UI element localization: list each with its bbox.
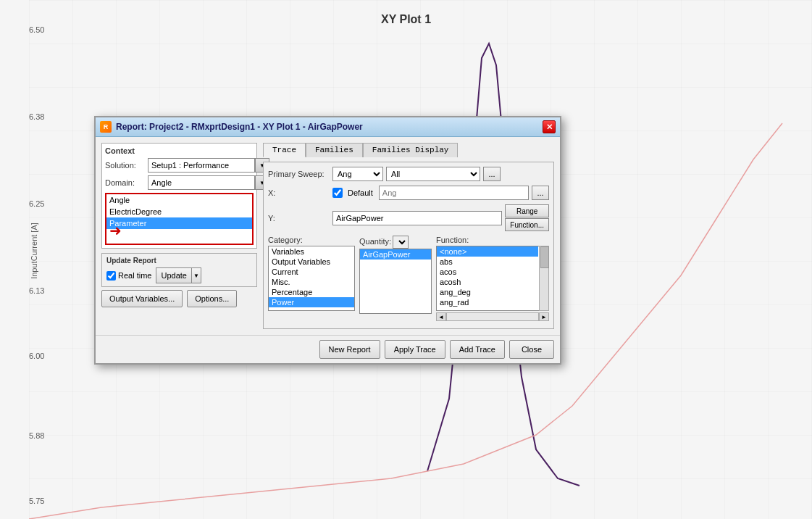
function-scroll-thumb[interactable] <box>540 246 549 268</box>
category-listbox: Variables Output Variables Current Misc.… <box>268 246 355 311</box>
domain-row: Domain: ▼ <box>105 175 254 190</box>
primary-sweep-all-select[interactable]: All <box>386 167 480 181</box>
solution-label: Solution: <box>105 161 145 170</box>
dialog-icon: R <box>100 121 112 133</box>
apply-trace-button[interactable]: Apply Trace <box>385 340 445 359</box>
quantity-col: Quantity: AirGapPower <box>359 236 432 321</box>
category-col: Category: Variables Output Variables Cur… <box>268 236 355 321</box>
tab-content: Primary Sweep: Ang All ... X: Default ..… <box>263 162 554 329</box>
domain-listbox: Angle ElectricDegree Parameter ➜ <box>105 193 254 245</box>
add-trace-button[interactable]: Add Trace <box>450 340 505 359</box>
category-current[interactable]: Current <box>269 267 354 277</box>
hscroll-right-btn[interactable]: ► <box>539 312 549 321</box>
y-field[interactable] <box>332 211 502 225</box>
x-field[interactable] <box>379 186 529 200</box>
primary-sweep-row: Primary Sweep: Ang All ... <box>268 167 549 181</box>
category-variables[interactable]: Variables <box>269 246 354 257</box>
dialog-footer: New Report Apply Trace Add Trace Close <box>96 335 560 363</box>
function-abs[interactable]: abs <box>437 257 538 267</box>
realtime-checkbox-label[interactable]: Real time <box>106 271 151 281</box>
context-label: Context <box>105 146 254 155</box>
update-btn-group: Update ▼ <box>156 267 201 283</box>
svg-text:6.50: 6.50 <box>29 25 44 34</box>
function-acos[interactable]: acos <box>437 267 538 277</box>
domain-input[interactable] <box>148 175 255 190</box>
category-label: Category: <box>268 236 355 244</box>
function-listbox: <none> abs acos acosh ang_deg ang_rad <box>436 246 549 311</box>
category-power[interactable]: Power <box>269 297 354 307</box>
svg-text:6.38: 6.38 <box>29 112 44 121</box>
x-default-checkbox[interactable] <box>332 188 343 198</box>
svg-text:6.25: 6.25 <box>29 199 44 208</box>
solution-row: Solution: ▼ <box>105 158 254 173</box>
x-default-label: Default <box>348 188 373 197</box>
quantity-label: Quantity: <box>359 237 391 246</box>
function-ang-deg[interactable]: ang_deg <box>437 287 538 297</box>
primary-sweep-label: Primary Sweep: <box>268 170 330 178</box>
function-label: Function: <box>436 236 549 244</box>
x-label: X: <box>268 188 330 197</box>
y-label: Y: <box>268 214 330 223</box>
category-misc[interactable]: Misc. <box>269 277 354 287</box>
update-button[interactable]: Update <box>156 267 191 283</box>
solution-input[interactable] <box>148 158 255 173</box>
close-icon[interactable]: ✕ <box>543 120 556 133</box>
function-listbox-container: <none> abs acos acosh ang_deg ang_rad <box>436 246 549 311</box>
domain-dropdown: ▼ <box>148 175 269 190</box>
quantity-airgappower[interactable]: AirGapPower <box>360 249 431 260</box>
options-button[interactable]: Options... <box>187 290 237 307</box>
svg-text:5.75: 5.75 <box>29 497 44 505</box>
tab-trace[interactable]: Trace <box>263 143 306 157</box>
svg-text:6.13: 6.13 <box>29 286 44 295</box>
update-section: Update Report Real time Update ▼ <box>101 253 257 287</box>
y-row: Y: Range Function... <box>268 204 549 231</box>
function-scrollbar[interactable] <box>539 246 549 311</box>
function-none[interactable]: <none> <box>437 246 538 257</box>
quantity-header: Quantity: <box>359 236 432 249</box>
function-acosh[interactable]: acosh <box>437 277 538 287</box>
primary-sweep-dots-btn[interactable]: ... <box>483 167 501 181</box>
x-dots-btn[interactable]: ... <box>532 186 549 200</box>
hscroll-track <box>446 312 539 321</box>
realtime-label: Real time <box>118 271 151 280</box>
quantity-filter-select[interactable] <box>393 236 409 249</box>
function-col: Function: <none> abs acos acosh ang_deg … <box>436 236 549 321</box>
titlebar-left: R Report: Project2 - RMxprtDesign1 - XY … <box>100 121 363 133</box>
hscroll-left-btn[interactable]: ◄ <box>436 312 446 321</box>
footer-right: New Report Apply Trace Add Trace Close <box>319 340 554 359</box>
left-panel: Context Solution: ▼ Domain: ▼ <box>101 143 257 329</box>
update-row: Real time Update ▼ <box>106 267 252 283</box>
function-ang-rad[interactable]: ang_rad <box>437 297 538 307</box>
report-dialog: R Report: Project2 - RMxprtDesign1 - XY … <box>94 116 561 365</box>
primary-sweep-select[interactable]: Ang <box>332 167 383 181</box>
domain-label: Domain: <box>105 178 145 187</box>
output-variables-button[interactable]: Output Variables... <box>101 290 183 307</box>
new-report-button[interactable]: New Report <box>319 340 380 359</box>
domain-item-parameter[interactable]: Parameter <box>106 217 252 229</box>
update-dropdown-arrow[interactable]: ▼ <box>191 267 201 283</box>
right-panel: Trace Families Families Display Primary … <box>263 143 554 329</box>
tab-families-display[interactable]: Families Display <box>363 143 459 157</box>
function-button[interactable]: Function... <box>505 218 549 231</box>
bottom-buttons-left: Output Variables... Options... <box>101 290 257 307</box>
dialog-body: Context Solution: ▼ Domain: ▼ <box>96 137 560 335</box>
close-button[interactable]: Close <box>509 340 554 359</box>
range-function-buttons: Range Function... <box>505 204 549 231</box>
domain-item-angle[interactable]: Angle <box>106 194 252 206</box>
red-arrow-icon: ➜ <box>109 222 122 239</box>
solution-dropdown: ▼ <box>148 158 269 173</box>
quantity-listbox: AirGapPower <box>359 249 432 314</box>
cqf-row: Category: Variables Output Variables Cur… <box>268 236 549 321</box>
range-button[interactable]: Range <box>505 204 549 217</box>
horizontal-scroll: ◄ ► <box>436 312 549 321</box>
category-output-variables[interactable]: Output Variables <box>269 257 354 267</box>
dialog-title: Report: Project2 - RMxprtDesign1 - XY Pl… <box>116 122 363 132</box>
svg-text:5.88: 5.88 <box>29 431 44 440</box>
domain-item-electricdegree[interactable]: ElectricDegree <box>106 206 252 217</box>
dialog-titlebar: R Report: Project2 - RMxprtDesign1 - XY … <box>96 117 560 137</box>
category-percentage[interactable]: Percentage <box>269 287 354 297</box>
tab-families[interactable]: Families <box>306 143 363 157</box>
tabs-bar: Trace Families Families Display <box>263 143 554 157</box>
realtime-checkbox[interactable] <box>106 271 116 281</box>
update-label: Update Report <box>106 257 252 265</box>
